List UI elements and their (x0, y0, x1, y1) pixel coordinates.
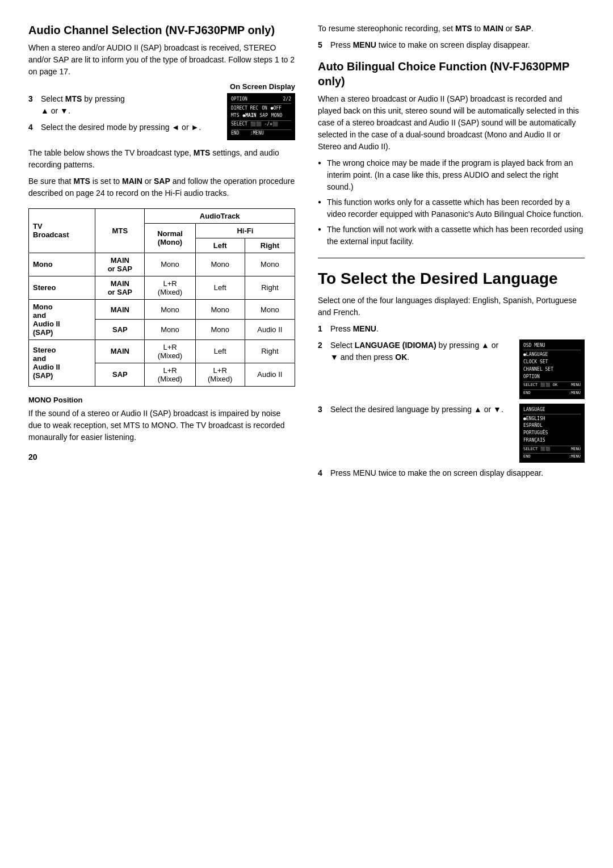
table-row-stereo: Stereo MAINor SAP L+R(Mixed) Left Right (29, 276, 295, 299)
osd-menu2-item3: PORTUGUÊS (523, 430, 581, 437)
lang-step2: 2 Select LANGUAGE (IDIOMA) by pressing ▲… (318, 339, 508, 363)
osd-screens-container: OSD MENU ●LANGUAGE CLOCK SET CHANNEL SET… (519, 339, 585, 399)
lang-step1-text: Press MENU. (330, 323, 379, 335)
steps-text: 3 Select MTS by pressing▲ or ▼. 4 Select… (28, 93, 218, 140)
left-column: Audio Channel Selection (NV-FJ630PMP onl… (28, 23, 295, 484)
osd-menu2-footer: SELECT ⬛⬛MENU (523, 446, 581, 452)
osd-row2: MTS●MAINSAPMONO (231, 112, 291, 120)
mono-position-heading: MONO Position (28, 396, 295, 404)
lang-step2-num: 2 (318, 339, 327, 363)
osd-menu1-item1: ●LANGUAGE (523, 351, 581, 359)
lang-step2-row: 2 Select LANGUAGE (IDIOMA) by pressing ▲… (318, 339, 585, 399)
steps-with-display: 3 Select MTS by pressing▲ or ▼. 4 Select… (28, 93, 295, 140)
lang-step2-content: Select LANGUAGE (IDIOMA) by pressing ▲ o… (330, 339, 508, 363)
on-screen-display-label: On Screen Display (28, 82, 295, 91)
table-row-stereo-audio2-main: StereoandAudio II(SAP) MAIN L+R(Mixed) L… (29, 339, 295, 363)
right-column: To resume stereophonic recording, set MT… (318, 23, 585, 484)
lang-step4-text: Press MENU twice to make the on screen d… (330, 467, 543, 479)
section3-title: To Select the Desired Language (318, 269, 585, 289)
bullet-list: The wrong choice may be made if the prog… (318, 157, 585, 248)
header-audiotrack: AudioTrack (145, 208, 295, 223)
lang-step1: 1 Press MENU. (318, 323, 585, 335)
osd-display-box: OPTION2/2 DIRECT RECON●OFF MTS●MAINSAPMO… (227, 93, 295, 140)
section1-title: Audio Channel Selection (NV-FJ630PMP onl… (28, 23, 295, 37)
para1: The table below shows the TV broadcast t… (28, 147, 295, 171)
osd-menu1-item4: OPTION (523, 374, 581, 381)
step4: 4 Select the desired mode by pressing ◄ … (28, 121, 218, 133)
section3-intro: Select one of the four languages display… (318, 295, 585, 318)
osd-menu2-item1: ●ENGLISH (523, 416, 581, 423)
osd-menu1: OSD MENU ●LANGUAGE CLOCK SET CHANNEL SET… (519, 339, 585, 399)
osd-menu2: LANGUAGE ●ENGLISH ESPAÑOL PORTUGUÊS FRAN… (519, 404, 585, 463)
header-mts: MTS (95, 208, 145, 253)
table-row-mono: Mono MAINor SAP Mono Mono Mono (29, 253, 295, 276)
osd-menu1-item2: CLOCK SET (523, 359, 581, 366)
lang-step2-text: 2 Select LANGUAGE (IDIOMA) by pressing ▲… (318, 339, 508, 399)
section2-para1: When a stereo broadcast or Audio II (SAP… (318, 93, 585, 153)
header-hifi: Hi-Fi (195, 223, 295, 238)
lang-step3-content: Select the desired language by pressing … (330, 404, 503, 416)
osd-menu1-title: OSD MENU (523, 342, 581, 350)
lang-step3-row: 3 Select the desired language by pressin… (318, 404, 585, 463)
lang-step3-text: 3 Select the desired language by pressin… (318, 404, 508, 463)
osd-row1: DIRECT RECON●OFF (231, 105, 291, 112)
step5-text: Press MENU twice to make on screen displ… (330, 39, 530, 51)
audio-table: TVBroadcast MTS AudioTrack Normal(Mono) … (28, 208, 295, 387)
step4-text: Select the desired mode by pressing ◄ or… (41, 121, 201, 133)
bullet-item-2: This function works only for a cassette … (318, 196, 585, 220)
step5: 5 Press MENU twice to make on screen dis… (318, 39, 585, 51)
header-left: Left (195, 238, 245, 253)
bullet-item-1: The wrong choice may be made if the prog… (318, 157, 585, 193)
step4-num: 4 (28, 121, 37, 133)
osd-menu2-title: LANGUAGE (523, 406, 581, 414)
header-broadcast: TVBroadcast (29, 208, 95, 253)
para2: Be sure that MTS is set to MAIN or SAP a… (28, 175, 295, 199)
lang-step4-num: 4 (318, 467, 327, 479)
step5-num: 5 (318, 39, 327, 51)
resume-text: To resume stereophonic recording, set MT… (318, 23, 585, 35)
osd-menu1-item3: CHANNEL SET (523, 366, 581, 374)
lang-step3-num: 3 (318, 404, 327, 416)
section-divider (318, 258, 585, 258)
section1-intro: When a stereo and/or AUDIO II (SAP) broa… (28, 42, 295, 78)
osd-menu1-footer: SELECT ⬛⬛ OKMENU (523, 381, 581, 388)
header-right: Right (245, 238, 295, 253)
page-layout: Audio Channel Selection (NV-FJ630PMP onl… (28, 23, 585, 484)
mono-position-text: If the sound of a stereo or Audio II (SA… (28, 408, 295, 443)
bullet-item-3: The function will not work with a casset… (318, 224, 585, 248)
table-row-mono-audio2-main: MonoandAudio II(SAP) MAIN Mono Mono Mono (29, 299, 295, 320)
osd-screen: OPTION2/2 DIRECT RECON●OFF MTS●MAINSAPMO… (227, 93, 295, 140)
step3-text: Select MTS by pressing▲ or ▼. (41, 93, 125, 117)
lang-step1-num: 1 (318, 323, 327, 335)
section2-title: Auto Bilingual Choice Function (NV-FJ630… (318, 59, 585, 89)
osd-title: OPTION2/2 (231, 96, 291, 104)
step3: 3 Select MTS by pressing▲ or ▼. (28, 93, 218, 117)
osd-menu2-item4: FRANÇAIS (523, 437, 581, 445)
step3-num: 3 (28, 93, 37, 117)
page-number: 20 (28, 452, 295, 462)
header-normal: Normal(Mono) (145, 223, 195, 253)
osd-footer: SELECT ⬛⬛ -/+⬛ (231, 120, 291, 128)
osd-footer2: END :MENU (231, 129, 291, 137)
osd-menu2-container: LANGUAGE ●ENGLISH ESPAÑOL PORTUGUÊS FRAN… (519, 404, 585, 463)
lang-step3: 3 Select the desired language by pressin… (318, 404, 508, 416)
lang-step4: 4 Press MENU twice to make the on screen… (318, 467, 585, 479)
osd-menu2-item2: ESPAÑOL (523, 422, 581, 430)
